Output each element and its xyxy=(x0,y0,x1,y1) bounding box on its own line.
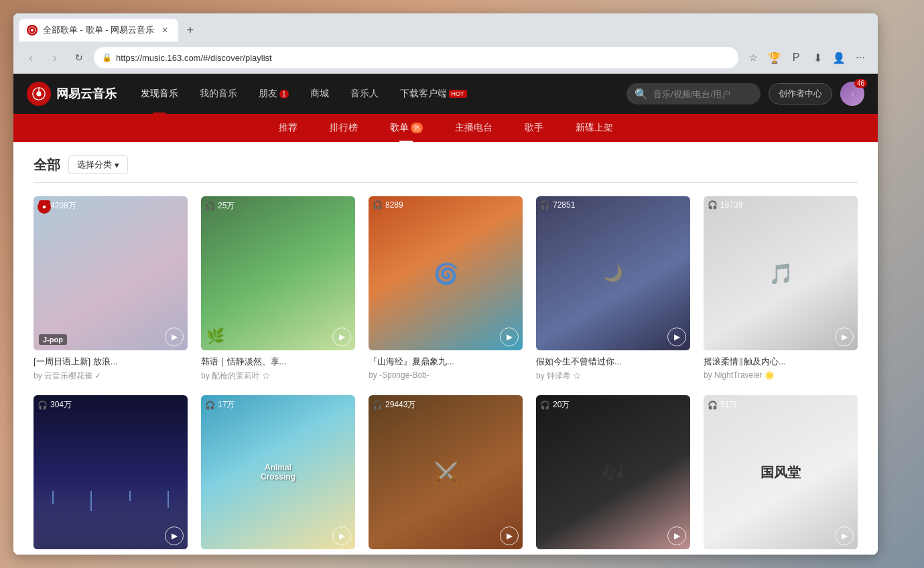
user-account-button[interactable]: 👤 xyxy=(830,48,848,67)
playlist-thumbnail: 🎵 🎧 18739 ▶ xyxy=(704,196,858,350)
logo-icon xyxy=(27,82,51,106)
playlist-author: by -Sponge-Bob- xyxy=(369,370,523,380)
nav-item-download[interactable]: 下载客户端 HOT xyxy=(389,74,478,114)
creator-center-button[interactable]: 创作者中心 xyxy=(769,83,832,104)
play-count: 🎧 8289 xyxy=(369,199,407,211)
nav-item-friends[interactable]: 朋友 1 xyxy=(248,74,300,114)
user-avatar[interactable]: ♪ 46 xyxy=(840,82,864,106)
play-count: 🎧 18739 xyxy=(704,199,746,211)
play-count: 🎧 17万 xyxy=(201,398,239,412)
play-count: 🎧 304万 xyxy=(34,398,76,412)
headphone-icon: 🎧 xyxy=(38,401,48,410)
playlist-item[interactable]: AnimalCrossing 🎧 17万 ▶ 动物森友会 Animal ... … xyxy=(201,395,355,555)
playlist-item[interactable]: 🎧 304万 ▶ 写作业必备歌单🎵... by 姜老醉的地坨 xyxy=(34,395,188,555)
play-button[interactable]: ▶ xyxy=(835,328,854,346)
playlist-author: by NightTraveler 🌟 xyxy=(704,370,858,380)
play-button[interactable]: ▶ xyxy=(835,526,854,545)
sub-nav-artist[interactable]: 歌手 xyxy=(509,114,559,142)
tab-close-button[interactable]: ✕ xyxy=(159,25,170,36)
play-button[interactable]: ▶ xyxy=(332,526,351,545)
profile-button[interactable]: P xyxy=(787,48,805,67)
tab-favicon xyxy=(27,25,38,36)
search-icon: 🔍 xyxy=(635,88,648,100)
bookmark-button[interactable]: ☆ xyxy=(744,48,763,67)
play-button[interactable]: ▶ xyxy=(500,526,519,545)
sub-nav-chart[interactable]: 排行榜 xyxy=(314,114,374,142)
playlist-thumbnail: ⚔️ 🎧 29443万 ▶ xyxy=(369,395,523,549)
notification-badge: 46 xyxy=(854,79,867,88)
playlist-info: 『山海经』夏鼎象九... by -Sponge-Bob- xyxy=(369,356,523,380)
sub-nav-newalbum[interactable]: 新碟上架 xyxy=(559,114,629,142)
address-input[interactable]: 🔒 https://music.163.com/#/discover/playl… xyxy=(94,47,738,68)
back-button[interactable]: ‹ xyxy=(21,48,40,67)
play-button[interactable]: ▶ xyxy=(332,328,351,346)
svg-point-6 xyxy=(43,206,46,209)
download-hot-badge: HOT xyxy=(449,90,467,98)
download-button[interactable]: ⬇ xyxy=(808,48,827,67)
playlist-grid: ♪ J-pop 🎧 4208万 ▶ [一周日语上新] 放浪... by 云音乐樱… xyxy=(34,196,858,555)
playlist-item[interactable]: 🎶 🎧 20万 ▶ 让你耳朵怀孕的「低... by dd只会喝嗯嗯 xyxy=(536,395,690,555)
playlist-name: 『山海经』夏鼎象九... xyxy=(369,356,523,368)
playlist-item[interactable]: 🎵 🎧 18739 ▶ 摇滚柔情‖触及内心... by NightTravele… xyxy=(704,196,858,382)
playlist-item[interactable]: 国风堂 🎧 51万 ▶ 「国风堂」合辑 by 国风堂音乐企划 xyxy=(704,395,858,555)
refresh-button[interactable]: ↻ xyxy=(70,48,88,67)
play-count: 🎧 72851 xyxy=(536,199,579,211)
nav-item-mymusic[interactable]: 我的音乐 xyxy=(189,74,248,114)
category-select-button[interactable]: 选择分类 ▾ xyxy=(68,155,128,174)
headphone-icon: 🎧 xyxy=(708,401,718,410)
extensions-button[interactable]: 🏆 xyxy=(765,48,784,67)
sub-nav-radio[interactable]: 主播电台 xyxy=(439,114,509,142)
nav-item-shop[interactable]: 商城 xyxy=(300,74,340,114)
address-bar: ‹ › ↻ 🔒 https://music.163.com/#/discover… xyxy=(13,42,878,74)
playlist-thumbnail: 🎧 304万 ▶ xyxy=(34,395,188,549)
main-nav: 发现音乐 我的音乐 朋友 1 商城 音乐人 下载客户端 HOT xyxy=(130,74,478,114)
app-logo[interactable]: 网易云音乐 xyxy=(27,82,117,106)
playlist-item[interactable]: ⚔️ 🎧 29443万 ▶ 今天从《封刀不为静... by 云音乐智能推荐 xyxy=(369,395,523,555)
browser-tab[interactable]: 全部歌单 - 歌单 - 网易云音乐 ✕ xyxy=(19,19,178,42)
playlist-info: 摇滚柔情‖触及内心... by NightTraveler 🌟 xyxy=(704,356,858,380)
search-input[interactable] xyxy=(653,89,752,99)
headphone-icon: 🎧 xyxy=(373,200,383,210)
play-button[interactable]: ▶ xyxy=(500,328,519,346)
playlist-name: [一周日语上新] 放浪... xyxy=(34,356,188,368)
search-bar[interactable]: 🔍 xyxy=(626,83,761,104)
play-button[interactable]: ▶ xyxy=(165,526,184,545)
playlist-thumbnail: AnimalCrossing 🎧 17万 ▶ xyxy=(201,395,355,549)
playlist-thumbnail: 🌙 🎧 72851 ▶ xyxy=(536,196,690,350)
play-count: 🎧 29443万 xyxy=(369,398,419,412)
playlist-item[interactable]: 🌙 🎧 72851 ▶ 假如今生不曾错过你... by 钟泽希 ☆ xyxy=(536,196,690,382)
play-button[interactable]: ▶ xyxy=(165,328,184,346)
playlist-author: by 云音乐樱花雀 ✓ xyxy=(34,370,188,382)
sub-nav-recommend[interactable]: 推荐 xyxy=(263,114,314,142)
playlist-item[interactable]: 🌿 🎧 25万 ▶ 韩语｜恬静淡然、享... by 配枪的茉莉叶 ☆ xyxy=(201,196,355,382)
playlist-item[interactable]: 🌀 🎧 8289 ▶ 『山海经』夏鼎象九... by -Sponge-Bob- xyxy=(369,196,523,382)
play-button[interactable]: ▶ xyxy=(667,526,686,545)
nav-item-musician[interactable]: 音乐人 xyxy=(340,74,389,114)
header-right: 🔍 创作者中心 ♪ 46 xyxy=(626,82,864,106)
content-header: 全部 选择分类 ▾ xyxy=(34,155,858,183)
headphone-icon: 🎧 xyxy=(373,401,383,410)
settings-button[interactable]: ⋯ xyxy=(851,48,870,67)
sub-nav-playlist[interactable]: 歌单 热 xyxy=(374,114,439,142)
headphone-icon: 🎧 xyxy=(205,401,215,410)
new-tab-button[interactable]: + xyxy=(181,21,200,40)
main-content: 全部 选择分类 ▾ ♪ J-pop 🎧 4208万 ▶ xyxy=(13,142,878,555)
browser-actions: ☆ 🏆 P ⬇ 👤 ⋯ xyxy=(744,48,870,67)
playlist-thumbnail: 🌀 🎧 8289 ▶ xyxy=(369,196,523,350)
playlist-author: by 配枪的茉莉叶 ☆ xyxy=(201,370,355,382)
playlist-item[interactable]: ♪ J-pop 🎧 4208万 ▶ [一周日语上新] 放浪... by 云音乐樱… xyxy=(34,196,188,382)
logo-text: 网易云音乐 xyxy=(56,86,117,102)
tab-title: 全部歌单 - 歌单 - 网易云音乐 xyxy=(43,24,154,36)
hot-icon xyxy=(38,200,51,214)
tab-bar: 全部歌单 - 歌单 - 网易云音乐 ✕ + xyxy=(13,13,878,42)
sub-nav: 推荐 排行榜 歌单 热 主播电台 歌手 新碟上架 xyxy=(13,114,878,142)
forward-button[interactable]: › xyxy=(46,48,64,67)
friends-badge: 1 xyxy=(279,90,289,98)
browser-window: 全部歌单 - 歌单 - 网易云音乐 ✕ + ‹ › ↻ 🔒 https://mu… xyxy=(13,13,878,555)
play-button[interactable]: ▶ xyxy=(667,328,686,346)
playlist-thumbnail: 🎶 🎧 20万 ▶ xyxy=(536,395,690,549)
dropdown-icon: ▾ xyxy=(115,160,119,170)
playlist-thumbnail: ♪ J-pop 🎧 4208万 ▶ xyxy=(34,196,188,350)
playlist-author: by 钟泽希 ☆ xyxy=(536,370,690,382)
nav-item-discover[interactable]: 发现音乐 xyxy=(130,74,189,114)
